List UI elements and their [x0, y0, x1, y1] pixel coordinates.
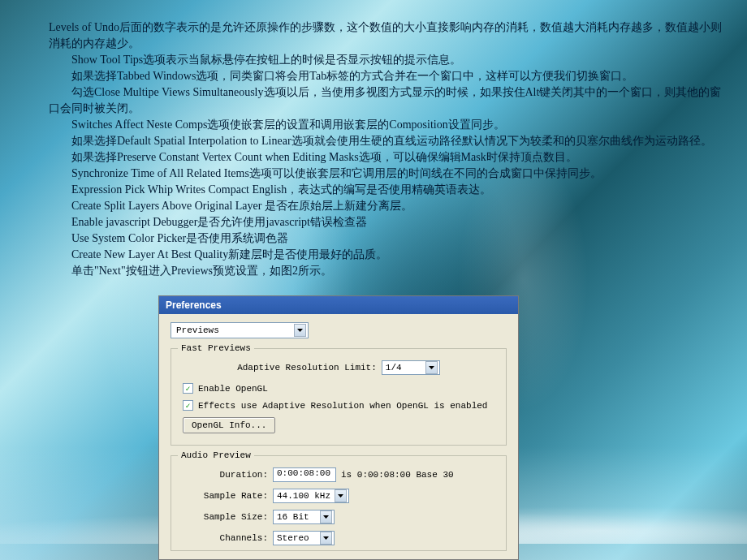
para-11: Enable javascript Debugger是否允许使用javascri… — [49, 214, 723, 230]
para-4: 勾选Close Multipe Views Simultaneously选项以后… — [49, 84, 723, 117]
sample-size-value: 16 Bit — [277, 512, 309, 522]
sample-size-label: Sample Size: — [183, 512, 268, 522]
adaptive-resolution-dropdown[interactable]: 1/4 — [382, 360, 440, 375]
section-dropdown-value: Previews — [176, 325, 219, 335]
chevron-down-icon — [294, 324, 306, 337]
chevron-down-icon — [335, 489, 347, 502]
para-2: Show Tool Tips选项表示当鼠标悬停在按钮上的时候是否显示按钮的提示信… — [49, 52, 723, 68]
channels-label: Channels: — [183, 533, 268, 543]
preferences-dialog: Preferences Previews Fast Previews Adapt… — [158, 295, 519, 560]
para-13: Create New Layer At Best Quality新建层时是否使用… — [49, 247, 723, 263]
dialog-title-text: Preferences — [166, 299, 222, 311]
enable-opengl-checkbox[interactable]: ✓ — [183, 383, 193, 394]
channels-dropdown[interactable]: Stereo — [273, 531, 335, 545]
fast-previews-fieldset: Fast Previews Adaptive Resolution Limit:… — [171, 348, 507, 446]
para-6: 如果选择Default Spatial Interpolation to Lin… — [49, 133, 723, 149]
duration-input[interactable]: 0:00:08:00 — [273, 467, 336, 482]
enable-opengl-label: Enable OpenGL — [198, 384, 268, 394]
dialog-titlebar[interactable]: Preferences — [159, 296, 518, 314]
opengl-info-button-label: OpenGL Info... — [192, 420, 266, 430]
opengl-info-button[interactable]: OpenGL Info... — [183, 417, 275, 433]
section-dropdown[interactable]: Previews — [171, 322, 309, 338]
effects-adaptive-label: Effects use Adaptive Resolution when Ope… — [198, 401, 487, 411]
para-9: Expression Pick Whip Writes Compact Engl… — [49, 182, 723, 198]
document-text-block: Levels of Undo后面的数字表示的是允许还原操作的步骤数，这个数值的大… — [49, 19, 723, 279]
adaptive-resolution-value: 1/4 — [386, 363, 402, 373]
para-7: 如果选择Preserve Constant Vertex Count when … — [49, 149, 723, 166]
duration-note: is 0:00:08:00 Base 30 — [341, 470, 454, 480]
audio-preview-fieldset: Audio Preview Duration: 0:00:08:00 is 0:… — [171, 455, 507, 551]
dialog-body: Previews Fast Previews Adaptive Resoluti… — [159, 314, 518, 558]
sample-size-dropdown[interactable]: 16 Bit — [273, 510, 335, 524]
chevron-down-icon — [320, 510, 332, 523]
chevron-down-icon — [320, 532, 332, 545]
para-1: Levels of Undo后面的数字表示的是允许还原操作的步骤数，这个数值的大… — [49, 19, 723, 52]
para-3: 如果选择Tabbed Windows选项，同类窗口将会用Tab标签的方式合并在一… — [49, 68, 723, 84]
adaptive-resolution-label: Adaptive Resolution Limit: — [237, 363, 377, 373]
audio-preview-legend: Audio Preview — [178, 450, 254, 460]
duration-value: 0:00:08:00 — [277, 468, 330, 478]
sample-rate-label: Sample Rate: — [183, 491, 268, 501]
para-12: Use System Color Picker是否使用系统调色器 — [49, 230, 723, 247]
sample-rate-value: 44.100 kHz — [277, 491, 330, 501]
para-14: 单击"Next"按钮进入Previews预览设置，如图2所示。 — [49, 263, 723, 279]
channels-value: Stereo — [277, 533, 309, 543]
fast-previews-legend: Fast Previews — [178, 343, 254, 353]
duration-label: Duration: — [183, 470, 268, 480]
para-5: Switches Affect Neste Comps选项使嵌套层的设置和调用嵌… — [49, 117, 723, 133]
para-10: Create Split Layers Above Original Layer… — [49, 198, 723, 214]
sample-rate-dropdown[interactable]: 44.100 kHz — [273, 489, 349, 503]
chevron-down-icon — [425, 361, 438, 374]
para-8: Synchronize Time of All Related Items选项可… — [49, 166, 723, 182]
effects-adaptive-checkbox[interactable]: ✓ — [183, 400, 193, 411]
